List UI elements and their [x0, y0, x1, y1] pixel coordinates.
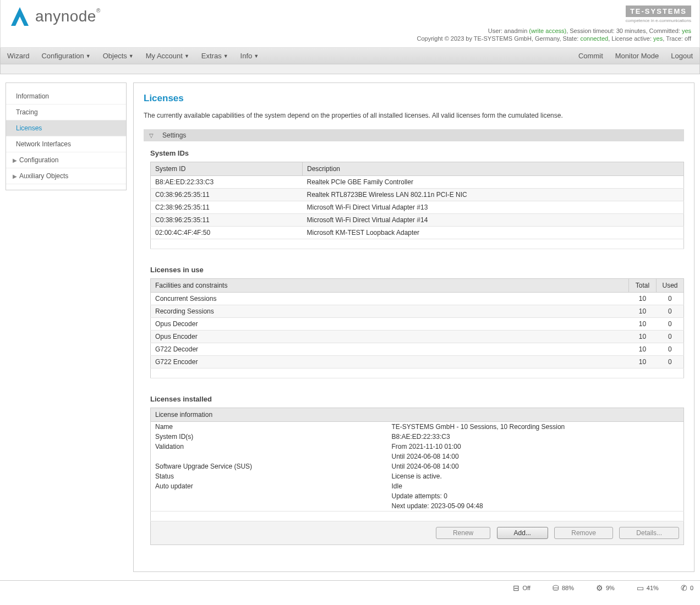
table-row[interactable]: Opus Encoder100 [151, 331, 684, 343]
menu-info[interactable]: Info▼ [240, 52, 259, 60]
menu-my-account[interactable]: My Account▼ [146, 52, 189, 60]
sidebar-group-configuration[interactable]: ▶Configuration [6, 152, 126, 168]
table-row[interactable]: C0:38:96:25:35:11Realtek RTL8723BE Wirel… [151, 189, 684, 201]
caret-down-icon: ▼ [129, 53, 134, 59]
footer-memory: ▭41% [637, 584, 659, 592]
table-row[interactable]: Recording Sessions100 [151, 305, 684, 318]
caret-down-icon: ▼ [223, 53, 228, 59]
col-license-information: License information [151, 408, 684, 422]
table-row-empty [151, 369, 684, 378]
footer-off: ⊟Off [513, 584, 530, 592]
brand-text: anynode® [35, 8, 101, 25]
sidebar-item-licenses[interactable]: Licenses [6, 120, 126, 136]
header-right: TE-SYSTEMS competence in e-communication… [417, 6, 691, 42]
menu-extras[interactable]: Extras▼ [201, 52, 228, 60]
sidebar-group-auxiliary-objects[interactable]: ▶Auxiliary Objects [6, 168, 126, 184]
info-sysid-label: System ID(s) [151, 432, 387, 442]
sidebar: Information Tracing Licenses Network Int… [6, 82, 127, 190]
sidebar-item-tracing[interactable]: Tracing [6, 105, 126, 120]
system-ids-title: System IDs [144, 149, 684, 157]
phone-icon: ✆ [681, 584, 687, 592]
info-auto-value2: Update attempts: 0 [387, 491, 684, 501]
sidebar-item-network-interfaces[interactable]: Network Interfaces [6, 136, 126, 152]
info-validation-value: From 2021-11-10 01:00 [387, 442, 684, 452]
table-row[interactable]: C2:38:96:25:35:11Microsoft Wi-Fi Direct … [151, 201, 684, 214]
col-used: Used [657, 279, 684, 293]
memory-icon: ▭ [637, 584, 644, 592]
table-row[interactable]: G722 Encoder100 [151, 356, 684, 369]
info-status-label: Status [151, 471, 387, 481]
footer-cpu: ⚙9% [596, 584, 615, 592]
table-row-empty [151, 239, 684, 249]
licenses-in-use-table: Facilities and constraints Total Used Co… [150, 278, 684, 378]
licenses-in-use-title: Licenses in use [144, 266, 684, 274]
cpu-icon: ⚙ [596, 584, 603, 592]
menu-objects[interactable]: Objects▼ [103, 52, 134, 60]
te-tagline: competence in e-communications [417, 18, 691, 23]
footer-disk: ⛁88% [553, 584, 574, 592]
caret-down-icon: ▼ [86, 53, 91, 59]
col-description: Description [302, 162, 683, 176]
info-auto-label: Auto updater [151, 481, 387, 491]
info-auto-value1: Idle [387, 481, 684, 491]
info-name-label: Name [151, 422, 387, 432]
remove-button[interactable]: Remove [554, 527, 613, 539]
menu-monitor-mode[interactable]: Monitor Mode [615, 52, 659, 60]
logo-area: anynode® [9, 6, 101, 28]
header: anynode® TE-SYSTEMS competence in e-comm… [0, 0, 700, 48]
status-line-2: Copyright © 2023 by TE-SYSTEMS GmbH, Ger… [417, 35, 691, 42]
add-button[interactable]: Add... [497, 527, 548, 539]
table-row[interactable]: C0:38:96:25:35:11Microsoft Wi-Fi Direct … [151, 214, 684, 227]
table-row[interactable]: Concurrent Sessions100 [151, 293, 684, 305]
triangle-right-icon: ▶ [13, 173, 17, 179]
anynode-logo-icon [9, 6, 31, 28]
info-validation-value2: Until 2024-06-08 14:00 [387, 452, 684, 461]
info-sus-label: Software Upgrade Service (SUS) [151, 461, 387, 471]
system-ids-table: System ID Description B8:AE:ED:22:33:C3R… [150, 162, 684, 249]
licenses-installed-title: Licenses installed [144, 395, 684, 403]
rec-icon: ⊟ [513, 584, 519, 592]
te-systems-logo: TE-SYSTEMS [626, 6, 691, 17]
triangle-right-icon: ▶ [13, 157, 17, 163]
table-row[interactable]: 02:00:4C:4F:4F:50Microsoft KM-TEST Loopb… [151, 227, 684, 239]
menubar: Wizard Configuration▼ Objects▼ My Accoun… [0, 48, 700, 64]
menu-wizard[interactable]: Wizard [7, 52, 29, 60]
renew-button[interactable]: Renew [436, 527, 490, 539]
settings-label: Settings [162, 131, 186, 139]
settings-bar[interactable]: ▽ Settings [144, 129, 684, 141]
footer-status-bar: ⊟Off ⛁88% ⚙9% ▭41% ✆0 [0, 580, 700, 595]
table-row[interactable]: Opus Decoder100 [151, 318, 684, 331]
sub-menubar [0, 64, 700, 74]
disk-icon: ⛁ [553, 584, 559, 592]
table-row[interactable]: G722 Decoder100 [151, 343, 684, 356]
licenses-installed-table: License information NameTE-SYSTEMS GmbH … [150, 408, 684, 545]
sidebar-item-information[interactable]: Information [6, 89, 126, 105]
page-description: The currently available capabilities of … [144, 112, 684, 119]
menu-logout[interactable]: Logout [671, 52, 693, 60]
main-panel: Licenses The currently available capabil… [133, 82, 694, 572]
col-total: Total [629, 279, 657, 293]
caret-down-icon: ▼ [184, 53, 189, 59]
menu-commit[interactable]: Commit [578, 52, 603, 60]
info-sysid-value: B8:AE:ED:22:33:C3 [387, 432, 684, 442]
info-auto-value3: Next update: 2023-05-09 04:48 [387, 501, 684, 512]
status-line-1: User: anadmin (write access), Session ti… [417, 28, 691, 34]
menu-configuration[interactable]: Configuration▼ [41, 52, 90, 60]
info-name-value: TE-SYSTEMS GmbH - 10 Sessions, 10 Record… [387, 422, 684, 432]
collapse-icon: ▽ [149, 133, 154, 139]
info-sus-value: Until 2024-06-08 14:00 [387, 461, 684, 471]
col-facilities: Facilities and constraints [151, 279, 629, 293]
details-button[interactable]: Details... [619, 527, 679, 539]
page-title: Licenses [144, 93, 684, 104]
info-status-value: License is active. [387, 471, 684, 481]
col-system-id: System ID [151, 162, 303, 176]
caret-down-icon: ▼ [254, 53, 259, 59]
info-validation-label: Validation [151, 442, 387, 452]
table-row[interactable]: B8:AE:ED:22:33:C3Realtek PCIe GBE Family… [151, 176, 684, 189]
footer-sessions: ✆0 [681, 584, 693, 592]
